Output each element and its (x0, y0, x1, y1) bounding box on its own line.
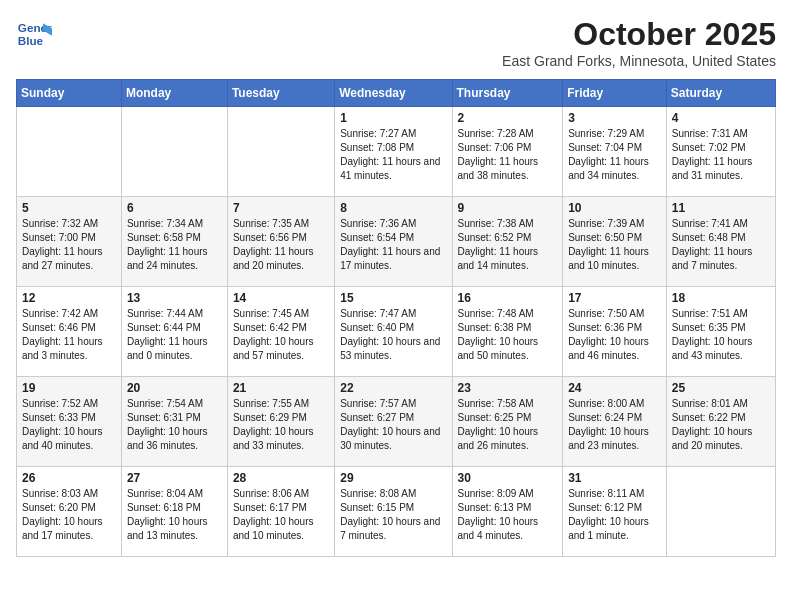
day-number: 11 (672, 201, 770, 215)
day-cell: 14Sunrise: 7:45 AMSunset: 6:42 PMDayligh… (227, 287, 334, 377)
header-thursday: Thursday (452, 80, 563, 107)
day-info: Sunrise: 7:31 AMSunset: 7:02 PMDaylight:… (672, 128, 753, 181)
day-info: Sunrise: 7:57 AMSunset: 6:27 PMDaylight:… (340, 398, 440, 451)
page-header: General Blue October 2025 East Grand For… (16, 16, 776, 69)
day-info: Sunrise: 8:08 AMSunset: 6:15 PMDaylight:… (340, 488, 440, 541)
day-cell: 25Sunrise: 8:01 AMSunset: 6:22 PMDayligh… (666, 377, 775, 467)
day-cell: 21Sunrise: 7:55 AMSunset: 6:29 PMDayligh… (227, 377, 334, 467)
day-cell: 22Sunrise: 7:57 AMSunset: 6:27 PMDayligh… (335, 377, 452, 467)
day-number: 26 (22, 471, 116, 485)
day-cell (17, 107, 122, 197)
calendar-header: Sunday Monday Tuesday Wednesday Thursday… (17, 80, 776, 107)
day-cell (227, 107, 334, 197)
header-row: Sunday Monday Tuesday Wednesday Thursday… (17, 80, 776, 107)
header-wednesday: Wednesday (335, 80, 452, 107)
day-cell: 28Sunrise: 8:06 AMSunset: 6:17 PMDayligh… (227, 467, 334, 557)
header-tuesday: Tuesday (227, 80, 334, 107)
day-cell: 12Sunrise: 7:42 AMSunset: 6:46 PMDayligh… (17, 287, 122, 377)
svg-text:Blue: Blue (18, 34, 44, 47)
day-number: 2 (458, 111, 558, 125)
day-info: Sunrise: 7:58 AMSunset: 6:25 PMDaylight:… (458, 398, 539, 451)
day-number: 23 (458, 381, 558, 395)
day-number: 7 (233, 201, 329, 215)
day-cell: 15Sunrise: 7:47 AMSunset: 6:40 PMDayligh… (335, 287, 452, 377)
main-title: October 2025 (502, 16, 776, 53)
day-number: 6 (127, 201, 222, 215)
day-cell: 5Sunrise: 7:32 AMSunset: 7:00 PMDaylight… (17, 197, 122, 287)
day-cell: 30Sunrise: 8:09 AMSunset: 6:13 PMDayligh… (452, 467, 563, 557)
day-info: Sunrise: 7:55 AMSunset: 6:29 PMDaylight:… (233, 398, 314, 451)
day-number: 13 (127, 291, 222, 305)
day-number: 21 (233, 381, 329, 395)
calendar-body: 1Sunrise: 7:27 AMSunset: 7:08 PMDaylight… (17, 107, 776, 557)
day-number: 22 (340, 381, 446, 395)
day-cell (666, 467, 775, 557)
day-cell: 2Sunrise: 7:28 AMSunset: 7:06 PMDaylight… (452, 107, 563, 197)
day-number: 4 (672, 111, 770, 125)
week-row-5: 26Sunrise: 8:03 AMSunset: 6:20 PMDayligh… (17, 467, 776, 557)
day-cell: 6Sunrise: 7:34 AMSunset: 6:58 PMDaylight… (121, 197, 227, 287)
day-cell: 11Sunrise: 7:41 AMSunset: 6:48 PMDayligh… (666, 197, 775, 287)
day-info: Sunrise: 7:38 AMSunset: 6:52 PMDaylight:… (458, 218, 539, 271)
day-info: Sunrise: 7:42 AMSunset: 6:46 PMDaylight:… (22, 308, 103, 361)
day-info: Sunrise: 7:27 AMSunset: 7:08 PMDaylight:… (340, 128, 440, 181)
title-block: October 2025 East Grand Forks, Minnesota… (502, 16, 776, 69)
day-info: Sunrise: 7:34 AMSunset: 6:58 PMDaylight:… (127, 218, 208, 271)
day-cell: 8Sunrise: 7:36 AMSunset: 6:54 PMDaylight… (335, 197, 452, 287)
day-cell: 7Sunrise: 7:35 AMSunset: 6:56 PMDaylight… (227, 197, 334, 287)
day-info: Sunrise: 8:09 AMSunset: 6:13 PMDaylight:… (458, 488, 539, 541)
day-number: 27 (127, 471, 222, 485)
day-cell: 26Sunrise: 8:03 AMSunset: 6:20 PMDayligh… (17, 467, 122, 557)
day-cell: 23Sunrise: 7:58 AMSunset: 6:25 PMDayligh… (452, 377, 563, 467)
day-cell: 10Sunrise: 7:39 AMSunset: 6:50 PMDayligh… (563, 197, 667, 287)
day-number: 3 (568, 111, 661, 125)
logo-icon: General Blue (16, 16, 52, 52)
day-info: Sunrise: 8:01 AMSunset: 6:22 PMDaylight:… (672, 398, 753, 451)
day-info: Sunrise: 8:03 AMSunset: 6:20 PMDaylight:… (22, 488, 103, 541)
week-row-4: 19Sunrise: 7:52 AMSunset: 6:33 PMDayligh… (17, 377, 776, 467)
day-number: 5 (22, 201, 116, 215)
calendar-table: Sunday Monday Tuesday Wednesday Thursday… (16, 79, 776, 557)
day-number: 12 (22, 291, 116, 305)
day-info: Sunrise: 7:47 AMSunset: 6:40 PMDaylight:… (340, 308, 440, 361)
day-info: Sunrise: 7:29 AMSunset: 7:04 PMDaylight:… (568, 128, 649, 181)
day-number: 19 (22, 381, 116, 395)
day-number: 14 (233, 291, 329, 305)
day-info: Sunrise: 7:50 AMSunset: 6:36 PMDaylight:… (568, 308, 649, 361)
header-friday: Friday (563, 80, 667, 107)
week-row-2: 5Sunrise: 7:32 AMSunset: 7:00 PMDaylight… (17, 197, 776, 287)
day-info: Sunrise: 8:11 AMSunset: 6:12 PMDaylight:… (568, 488, 649, 541)
day-number: 16 (458, 291, 558, 305)
day-info: Sunrise: 7:54 AMSunset: 6:31 PMDaylight:… (127, 398, 208, 451)
day-info: Sunrise: 7:51 AMSunset: 6:35 PMDaylight:… (672, 308, 753, 361)
day-info: Sunrise: 7:39 AMSunset: 6:50 PMDaylight:… (568, 218, 649, 271)
day-number: 10 (568, 201, 661, 215)
day-cell: 16Sunrise: 7:48 AMSunset: 6:38 PMDayligh… (452, 287, 563, 377)
day-number: 18 (672, 291, 770, 305)
day-info: Sunrise: 7:28 AMSunset: 7:06 PMDaylight:… (458, 128, 539, 181)
day-number: 1 (340, 111, 446, 125)
day-cell: 9Sunrise: 7:38 AMSunset: 6:52 PMDaylight… (452, 197, 563, 287)
day-info: Sunrise: 7:45 AMSunset: 6:42 PMDaylight:… (233, 308, 314, 361)
day-cell: 29Sunrise: 8:08 AMSunset: 6:15 PMDayligh… (335, 467, 452, 557)
day-info: Sunrise: 7:41 AMSunset: 6:48 PMDaylight:… (672, 218, 753, 271)
day-number: 29 (340, 471, 446, 485)
week-row-1: 1Sunrise: 7:27 AMSunset: 7:08 PMDaylight… (17, 107, 776, 197)
header-saturday: Saturday (666, 80, 775, 107)
day-number: 8 (340, 201, 446, 215)
day-cell: 17Sunrise: 7:50 AMSunset: 6:36 PMDayligh… (563, 287, 667, 377)
day-cell: 3Sunrise: 7:29 AMSunset: 7:04 PMDaylight… (563, 107, 667, 197)
day-info: Sunrise: 7:36 AMSunset: 6:54 PMDaylight:… (340, 218, 440, 271)
week-row-3: 12Sunrise: 7:42 AMSunset: 6:46 PMDayligh… (17, 287, 776, 377)
day-number: 20 (127, 381, 222, 395)
day-cell: 4Sunrise: 7:31 AMSunset: 7:02 PMDaylight… (666, 107, 775, 197)
day-cell: 24Sunrise: 8:00 AMSunset: 6:24 PMDayligh… (563, 377, 667, 467)
day-cell (121, 107, 227, 197)
day-cell: 31Sunrise: 8:11 AMSunset: 6:12 PMDayligh… (563, 467, 667, 557)
header-monday: Monday (121, 80, 227, 107)
day-cell: 19Sunrise: 7:52 AMSunset: 6:33 PMDayligh… (17, 377, 122, 467)
day-number: 30 (458, 471, 558, 485)
day-info: Sunrise: 7:48 AMSunset: 6:38 PMDaylight:… (458, 308, 539, 361)
day-info: Sunrise: 7:44 AMSunset: 6:44 PMDaylight:… (127, 308, 208, 361)
day-cell: 27Sunrise: 8:04 AMSunset: 6:18 PMDayligh… (121, 467, 227, 557)
